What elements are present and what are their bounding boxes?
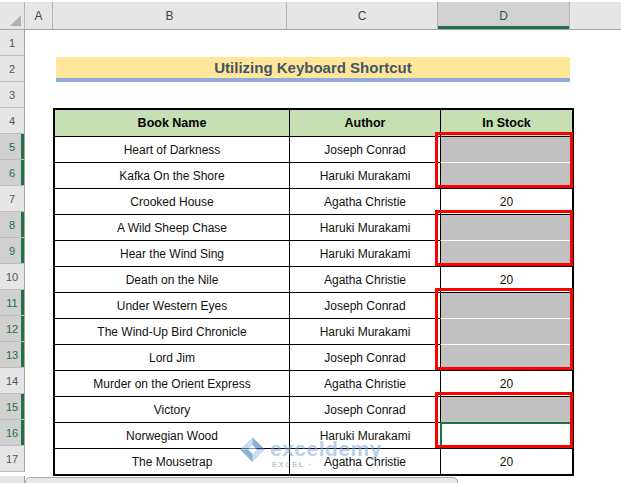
row-header-15-selected[interactable]: 15: [0, 394, 25, 420]
stock-cell-blank-d9[interactable]: [440, 240, 572, 266]
book-cell[interactable]: Crooked House: [55, 188, 289, 214]
book-cell[interactable]: Victory: [55, 396, 289, 422]
row-header-2[interactable]: 2: [0, 56, 25, 82]
stock-cell-blank-d5[interactable]: [440, 136, 572, 162]
author-cell[interactable]: Joseph Conrad: [289, 344, 440, 370]
column-header-a[interactable]: A: [25, 2, 53, 29]
active-cell-d16[interactable]: [440, 422, 572, 448]
book-cell[interactable]: Norwegian Wood: [55, 422, 289, 448]
author-cell[interactable]: Joseph Conrad: [289, 396, 440, 422]
column-header-d-selected[interactable]: D: [438, 2, 570, 29]
spreadsheet: A B C D 1 2 3 4 5 6 7 8 9 10 11 12 13 14…: [0, 0, 621, 483]
author-cell[interactable]: Joseph Conrad: [289, 136, 440, 162]
stock-cell[interactable]: 20: [440, 448, 572, 474]
row-header-17[interactable]: 17: [0, 446, 25, 472]
column-header-strip: A B C D: [0, 2, 621, 30]
stock-cell[interactable]: 20: [440, 370, 572, 396]
stock-cell-blank-d15[interactable]: [440, 396, 572, 422]
page-title: Utilizing Keyboard Shortcut: [214, 59, 412, 76]
row-header-10[interactable]: 10: [0, 264, 25, 290]
author-cell[interactable]: Haruki Murakami: [289, 214, 440, 240]
row-header-9-selected[interactable]: 9: [0, 238, 25, 264]
book-cell[interactable]: The Wind-Up Bird Chronicle: [55, 318, 289, 344]
column-header-b[interactable]: B: [53, 2, 287, 29]
stock-cell-blank-d13[interactable]: [440, 344, 572, 370]
book-cell[interactable]: Kafka On the Shore: [55, 162, 289, 188]
stock-cell[interactable]: 20: [440, 266, 572, 292]
stock-cell-blank-d8[interactable]: [440, 214, 572, 240]
book-cell[interactable]: A Wild Sheep Chase: [55, 214, 289, 240]
column-header-c[interactable]: C: [287, 2, 438, 29]
book-cell[interactable]: Heart of Darkness: [55, 136, 289, 162]
row-header-12-selected[interactable]: 12: [0, 316, 25, 342]
col-header-author[interactable]: Author: [289, 110, 440, 136]
col-header-in-stock[interactable]: In Stock: [440, 110, 572, 136]
book-cell[interactable]: Murder on the Orient Express: [55, 370, 289, 396]
stock-cell-blank-d11[interactable]: [440, 292, 572, 318]
title-banner: Utilizing Keyboard Shortcut: [56, 57, 570, 78]
row-header-5-selected[interactable]: 5: [0, 134, 25, 160]
stock-cell-blank-d12[interactable]: [440, 318, 572, 344]
banner-underline: [56, 78, 570, 82]
book-cell[interactable]: Death on the Nile: [55, 266, 289, 292]
row-header-6-selected[interactable]: 6: [0, 160, 25, 186]
stock-cell[interactable]: 20: [440, 188, 572, 214]
row-header-strip: 1 2 3 4 5 6 7 8 9 10 11 12 13 14 15 16 1…: [0, 30, 25, 472]
row-header-7[interactable]: 7: [0, 186, 25, 212]
row-header-8-selected[interactable]: 8: [0, 212, 25, 238]
author-cell[interactable]: Haruki Murakami: [289, 162, 440, 188]
row-header-11-selected[interactable]: 11: [0, 290, 25, 316]
author-cell[interactable]: Agatha Christie: [289, 370, 440, 396]
author-cell[interactable]: Agatha Christie: [289, 188, 440, 214]
stock-cell-blank-d6[interactable]: [440, 162, 572, 188]
col-header-book-name[interactable]: Book Name: [55, 110, 289, 136]
book-cell[interactable]: The Mousetrap: [55, 448, 289, 474]
row-header-4[interactable]: 4: [0, 108, 25, 134]
column-header-filler: [570, 2, 621, 29]
select-all-triangle-icon: [10, 15, 21, 26]
row-header-14[interactable]: 14: [0, 368, 25, 394]
book-cell[interactable]: Hear the Wind Sing: [55, 240, 289, 266]
row-header-16-selected[interactable]: 16: [0, 420, 25, 446]
author-cell[interactable]: Agatha Christie: [289, 448, 440, 474]
row-header-13-selected[interactable]: 13: [0, 342, 25, 368]
row-header-18-partial[interactable]: [0, 476, 25, 483]
author-cell[interactable]: Haruki Murakami: [289, 422, 440, 448]
book-cell[interactable]: Lord Jim: [55, 344, 289, 370]
author-cell[interactable]: Haruki Murakami: [289, 240, 440, 266]
book-table: Book Name Author In Stock Heart of Darkn…: [53, 108, 574, 476]
author-cell[interactable]: Joseph Conrad: [289, 292, 440, 318]
author-cell[interactable]: Haruki Murakami: [289, 318, 440, 344]
select-all-corner[interactable]: [0, 2, 25, 29]
row-header-3[interactable]: 3: [0, 82, 25, 108]
author-cell[interactable]: Agatha Christie: [289, 266, 440, 292]
row-header-1[interactable]: 1: [0, 30, 25, 56]
horizontal-scrollbar-thumb[interactable]: [25, 477, 458, 483]
book-cell[interactable]: Under Western Eyes: [55, 292, 289, 318]
